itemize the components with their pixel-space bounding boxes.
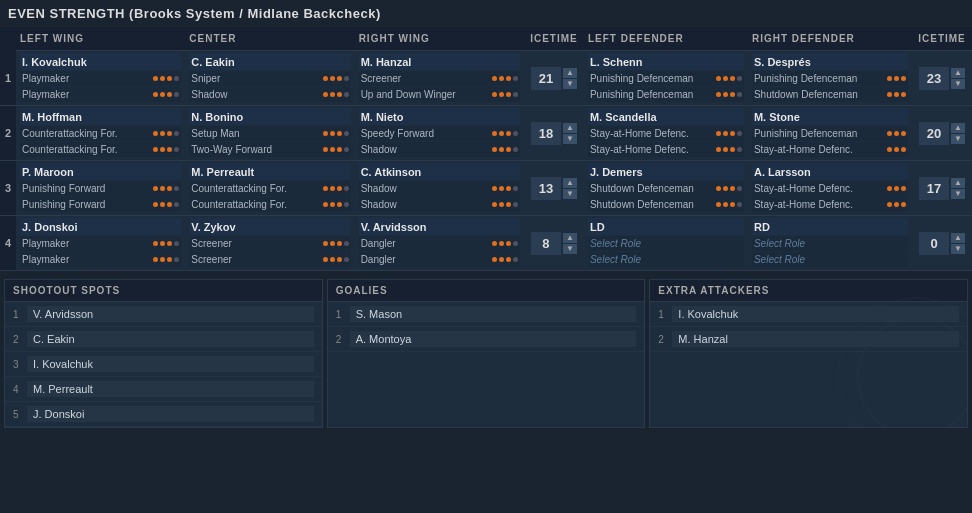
role-row[interactable]: Shutdown Defenceman: [588, 181, 744, 196]
icetime2-spinner[interactable]: ▲ ▼: [951, 178, 965, 199]
role-dots: [887, 202, 906, 207]
role-row[interactable]: Punishing Defenceman: [752, 71, 908, 86]
role-row[interactable]: Select Role: [588, 252, 744, 267]
role-row[interactable]: Punishing Forward: [20, 197, 181, 212]
list-num: 4: [13, 384, 27, 395]
role-row[interactable]: Shutdown Defenceman: [752, 87, 908, 102]
role-row[interactable]: Two-Way Forward: [189, 142, 350, 157]
role-row[interactable]: Playmaker: [20, 236, 181, 251]
list-item[interactable]: 1 S. Mason: [328, 302, 645, 327]
role-row[interactable]: Counterattacking For.: [20, 142, 181, 157]
player-cell: N. Bonino Setup Man Two-Way Forward: [185, 106, 354, 161]
icetime2-down[interactable]: ▼: [951, 189, 965, 199]
role-dots: [716, 131, 742, 136]
player-cell: LD Select Role Select Role: [584, 216, 748, 271]
icetime-cell: 18 ▲ ▼: [524, 106, 584, 161]
icetime-up[interactable]: ▲: [563, 233, 577, 243]
role-row[interactable]: Counterattacking For.: [20, 126, 181, 141]
role-row[interactable]: Playmaker: [20, 87, 181, 102]
player-name: C. Eakin: [189, 53, 350, 70]
line-number: 3: [0, 161, 16, 216]
role-row[interactable]: Select Role: [752, 252, 908, 267]
icetime-down[interactable]: ▼: [563, 189, 577, 199]
role-row[interactable]: Stay-at-Home Defenc.: [588, 126, 744, 141]
role-row[interactable]: Shutdown Defenceman: [588, 197, 744, 212]
role-row[interactable]: Sniper: [189, 71, 350, 86]
role-row[interactable]: Screener: [189, 252, 350, 267]
icetime-down[interactable]: ▼: [563, 79, 577, 89]
icetime2-up[interactable]: ▲: [951, 123, 965, 133]
icetime2-up[interactable]: ▲: [951, 233, 965, 243]
role-name: Playmaker: [22, 73, 69, 84]
icetime2-spinner[interactable]: ▲ ▼: [951, 233, 965, 254]
icetime2-value: 20: [919, 122, 949, 145]
list-item[interactable]: 2 A. Montoya: [328, 327, 645, 352]
role-dots: [153, 131, 179, 136]
role-row[interactable]: Punishing Defenceman: [588, 71, 744, 86]
role-row[interactable]: Punishing Defenceman: [588, 87, 744, 102]
icetime2-down[interactable]: ▼: [951, 79, 965, 89]
role-row[interactable]: Select Role: [752, 236, 908, 251]
icetime-down[interactable]: ▼: [563, 244, 577, 254]
role-name: Shutdown Defenceman: [754, 89, 858, 100]
role-row[interactable]: Shadow: [189, 87, 350, 102]
shootout-spots-panel: SHOOTOUT SPOTS 1 V. Arvidsson 2 C. Eakin…: [4, 279, 323, 428]
icetime2-down[interactable]: ▼: [951, 134, 965, 144]
role-row[interactable]: Playmaker: [20, 252, 181, 267]
icetime2-spinner[interactable]: ▲ ▼: [951, 68, 965, 89]
role-dots: [153, 147, 179, 152]
role-row[interactable]: Select Role: [588, 236, 744, 251]
player-name: M. Perreault: [189, 163, 350, 180]
role-dots: [716, 92, 742, 97]
role-dots: [887, 131, 906, 136]
role-row[interactable]: Counterattacking For.: [189, 197, 350, 212]
role-dots: [323, 186, 349, 191]
role-row[interactable]: Dangler: [359, 252, 520, 267]
role-row[interactable]: Shadow: [359, 142, 520, 157]
list-item[interactable]: 5 J. Donskoi: [5, 402, 322, 427]
role-row[interactable]: Counterattacking For.: [189, 181, 350, 196]
icetime-value: 13: [531, 177, 561, 200]
icetime2-down[interactable]: ▼: [951, 244, 965, 254]
icetime-up[interactable]: ▲: [563, 178, 577, 188]
role-row[interactable]: Dangler: [359, 236, 520, 251]
player-name: A. Larsson: [752, 163, 908, 180]
role-name: Punishing Defenceman: [590, 89, 693, 100]
icetime-spinner[interactable]: ▲ ▼: [563, 68, 577, 89]
role-row[interactable]: Stay-at-Home Defenc.: [588, 142, 744, 157]
role-row[interactable]: Punishing Forward: [20, 181, 181, 196]
role-row[interactable]: Shadow: [359, 181, 520, 196]
role-name: Speedy Forward: [361, 128, 434, 139]
icetime2-up[interactable]: ▲: [951, 178, 965, 188]
icetime-value: 18: [531, 122, 561, 145]
role-row[interactable]: Punishing Defenceman: [752, 126, 908, 141]
role-row[interactable]: Screener: [189, 236, 350, 251]
role-row[interactable]: Up and Down Winger: [359, 87, 520, 102]
list-item[interactable]: 2 C. Eakin: [5, 327, 322, 352]
icetime2-spinner[interactable]: ▲ ▼: [951, 123, 965, 144]
icetime-up[interactable]: ▲: [563, 68, 577, 78]
list-item[interactable]: 4 M. Perreault: [5, 377, 322, 402]
icetime-up[interactable]: ▲: [563, 123, 577, 133]
icetime-down[interactable]: ▼: [563, 134, 577, 144]
icetime-value: 8: [531, 232, 561, 255]
role-name: Sniper: [191, 73, 220, 84]
role-row[interactable]: Stay-at-Home Defenc.: [752, 142, 908, 157]
role-row[interactable]: Stay-at-Home Defenc.: [752, 181, 908, 196]
icetime-spinner[interactable]: ▲ ▼: [563, 233, 577, 254]
role-name: Shutdown Defenceman: [590, 199, 694, 210]
role-row[interactable]: Playmaker: [20, 71, 181, 86]
list-item[interactable]: 3 I. Kovalchuk: [5, 352, 322, 377]
role-dots: [492, 147, 518, 152]
role-name: Counterattacking For.: [191, 183, 287, 194]
role-row[interactable]: Speedy Forward: [359, 126, 520, 141]
role-dots: [716, 147, 742, 152]
icetime-spinner[interactable]: ▲ ▼: [563, 123, 577, 144]
role-row[interactable]: Setup Man: [189, 126, 350, 141]
icetime-spinner[interactable]: ▲ ▼: [563, 178, 577, 199]
icetime2-up[interactable]: ▲: [951, 68, 965, 78]
list-item[interactable]: 1 V. Arvidsson: [5, 302, 322, 327]
role-row[interactable]: Shadow: [359, 197, 520, 212]
role-row[interactable]: Stay-at-Home Defenc.: [752, 197, 908, 212]
role-row[interactable]: Screener: [359, 71, 520, 86]
